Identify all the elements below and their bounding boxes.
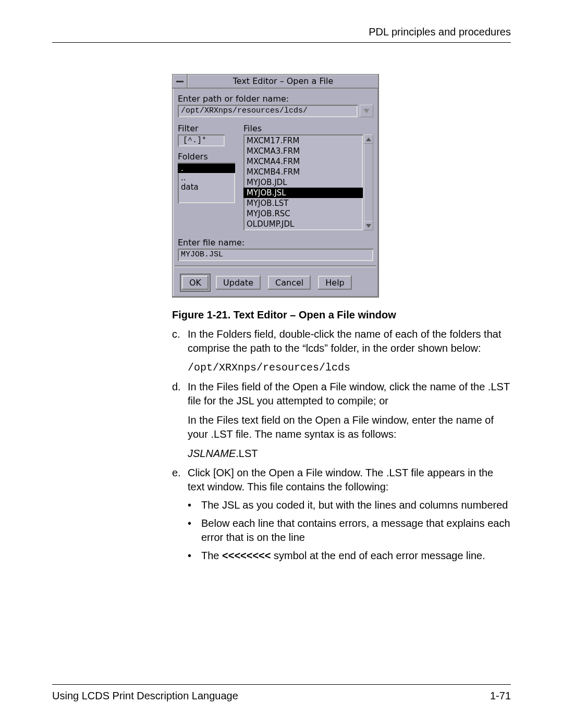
path-input[interactable]: /opt/XRXnps/resources/lcds/ — [178, 105, 358, 117]
path-dropdown-button[interactable] — [360, 105, 373, 117]
bullet-dot-icon: • — [188, 516, 201, 545]
open-file-dialog: Text Editor – Open a File Enter path or … — [172, 74, 379, 298]
step-c: c. In the Folders field, double-click th… — [172, 327, 511, 355]
files-list[interactable]: MXCM17.FRM MXCMA3.FRM MXCMA4.FRM MXCMB4.… — [243, 134, 363, 230]
update-button[interactable]: Update — [216, 276, 261, 290]
folders-label: Folders — [178, 152, 235, 162]
file-item[interactable]: MYJOB.LST — [243, 198, 363, 208]
step-e: e. Click [OK] on the Open a File window.… — [172, 466, 511, 494]
page-header: PDL principles and procedures — [52, 26, 511, 43]
chevron-down-icon — [363, 109, 370, 113]
file-item[interactable]: MYJOB.JSL — [243, 188, 363, 198]
step-text: In the Folders field, double-click the n… — [188, 327, 511, 355]
bullet-text: The JSL as you coded it, but with the li… — [201, 498, 511, 512]
titlebar: Text Editor – Open a File — [173, 75, 378, 89]
step-label: c. — [172, 327, 188, 355]
step-label: e. — [172, 466, 188, 494]
files-label: Files — [243, 124, 373, 133]
footer-right: 1-71 — [490, 690, 511, 702]
help-button[interactable]: Help — [318, 276, 351, 290]
file-item[interactable]: MXCMA3.FRM — [243, 146, 363, 156]
file-item[interactable]: OLDUMP.JDL — [243, 219, 363, 229]
figure: Text Editor – Open a File Enter path or … — [172, 74, 511, 298]
folder-item[interactable]: data — [178, 182, 235, 192]
file-item[interactable]: MYJOB.JDL — [243, 177, 363, 188]
step-d: d. In the Files field of the Open a File… — [172, 380, 511, 408]
separator — [175, 265, 376, 267]
bullet-item: • The JSL as you coded it, but with the … — [188, 498, 511, 512]
step-text: In the Files field of the Open a File wi… — [188, 380, 511, 408]
step-label: d. — [172, 380, 188, 408]
file-item[interactable]: MXCMA4.FRM — [243, 156, 363, 167]
filename-input[interactable]: MYJOB.JSL — [178, 249, 373, 261]
dialog-title: Text Editor – Open a File — [188, 75, 378, 88]
syntax-rest: .LST — [236, 448, 258, 459]
ok-button[interactable]: OK — [182, 276, 209, 290]
scroll-down-icon[interactable] — [364, 221, 373, 230]
step-d-para2: In the Files text field on the Open a Fi… — [188, 413, 511, 441]
bullet-text: Below each line that contains errors, a … — [201, 516, 511, 545]
syntax-italic: JSLNAME — [188, 448, 236, 459]
bullet-text: The <<<<<<<< symbol at the end of each e… — [201, 549, 511, 563]
bullet-dot-icon: • — [188, 549, 201, 563]
file-item[interactable]: MYJOB.RSC — [243, 208, 363, 219]
body-text: Figure 1-21. Text Editor – Open a File w… — [172, 308, 511, 563]
files-scrollbar[interactable] — [364, 134, 373, 230]
folders-list[interactable]: . .. data — [178, 163, 235, 203]
file-item[interactable]: MXCMB4.FRM — [243, 167, 363, 177]
syntax-line: JSLNAME.LST — [188, 447, 511, 461]
step-text: Click [OK] on the Open a File window. Th… — [188, 466, 511, 494]
folder-item[interactable]: .. — [178, 173, 235, 182]
footer-left: Using LCDS Print Description Language — [52, 690, 238, 702]
bullet-dot-icon: • — [188, 498, 201, 512]
filter-label: Filter — [178, 124, 235, 133]
system-menu-icon[interactable] — [173, 75, 188, 88]
error-symbol: <<<<<<<< — [222, 550, 271, 561]
filename-label: Enter file name: — [178, 238, 373, 248]
figure-caption: Figure 1-21. Text Editor – Open a File w… — [172, 308, 511, 322]
cancel-button[interactable]: Cancel — [268, 276, 311, 290]
page-footer: Using LCDS Print Description Language 1-… — [52, 684, 511, 702]
path-label: Enter path or folder name: — [178, 94, 373, 104]
bullet-item: • The <<<<<<<< symbol at the end of each… — [188, 549, 511, 563]
bullet-item: • Below each line that contains errors, … — [188, 516, 511, 545]
scroll-up-icon[interactable] — [364, 134, 373, 144]
code-path: /opt/XRXnps/resources/lcds — [188, 361, 511, 375]
file-item[interactable]: MXCM17.FRM — [243, 135, 363, 146]
filter-input[interactable]: [^.]* — [178, 134, 225, 146]
folder-item[interactable]: . — [178, 164, 235, 173]
